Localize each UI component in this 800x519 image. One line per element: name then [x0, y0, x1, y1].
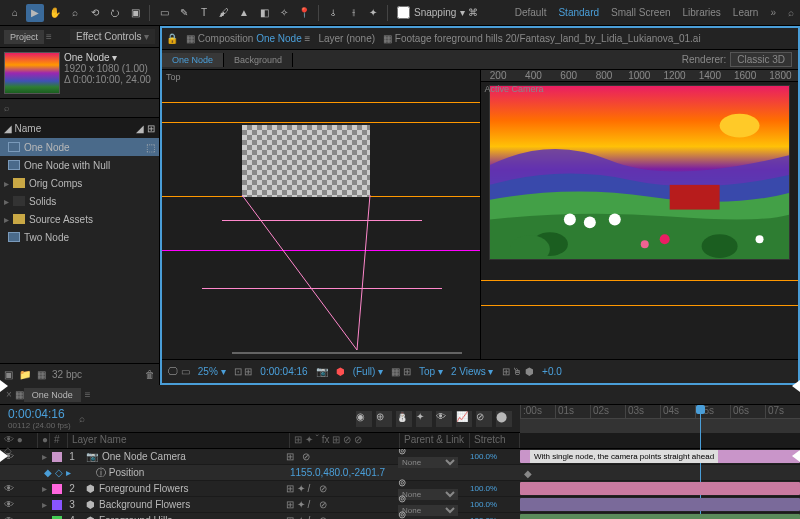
project-search-input[interactable] — [4, 103, 155, 113]
renderer-dropdown[interactable]: Classic 3D — [730, 52, 792, 67]
view-tab-background[interactable]: Background — [224, 53, 293, 67]
pickwhip-icon[interactable]: ⊚ — [398, 449, 406, 456]
comp-tab-composition[interactable]: ▦ Composition One Node ≡ — [186, 33, 310, 44]
view-tab-onenode[interactable]: One Node — [162, 53, 224, 67]
brush-tool-icon[interactable]: 🖌 — [215, 4, 233, 22]
view-mode-dropdown[interactable]: Top ▾ — [419, 366, 443, 377]
layer-row[interactable]: 👁 ▸ 4 ⬢Foreground Hills ⊞ ✦ / ⊘ ⊚ None 1… — [0, 513, 800, 519]
layer-name[interactable]: ⬢Foreground Hills — [82, 515, 284, 519]
asset-item[interactable]: One Node with Null — [0, 156, 159, 174]
comp-name[interactable]: One Node ▾ — [64, 52, 151, 63]
zoom-dropdown[interactable]: 25% ▾ — [198, 366, 226, 377]
puppet-tool-icon[interactable]: 📍 — [295, 4, 313, 22]
tl-icon-2[interactable]: ⊕ — [376, 411, 392, 427]
axis-view-icon[interactable]: ✦ — [364, 4, 382, 22]
layer-row[interactable]: 👁 ▸ 1 📷One Node Camera ⊞ ⊘ ⊚ None 100.0%… — [0, 449, 800, 465]
view-count-dropdown[interactable]: 2 Views ▾ — [451, 366, 494, 377]
timeline-ruler[interactable]: :00s01s02s03s04s05s06s07s — [520, 405, 800, 419]
tl-icon-1[interactable]: ◉ — [356, 411, 372, 427]
panel-resize-arrow-icon[interactable] — [0, 450, 8, 462]
bpc-toggle[interactable]: 32 bpc — [52, 369, 82, 380]
panel-menu-icon[interactable]: ≡ — [46, 31, 52, 42]
zoom-tool-icon[interactable]: ⌕ — [66, 4, 84, 22]
layer-track[interactable]: ◆ — [520, 465, 800, 481]
panel-resize-arrow-icon[interactable] — [792, 380, 800, 392]
stretch-value[interactable]: 100.0% — [470, 452, 520, 461]
pickwhip-icon[interactable]: ⊚ — [398, 493, 406, 504]
asset-item[interactable]: ▸Source Assets — [0, 210, 159, 228]
new-comp-icon[interactable]: ▦ — [37, 369, 46, 380]
home-icon[interactable]: ⌂ — [6, 4, 24, 22]
camera-tool-icon[interactable]: ▣ — [126, 4, 144, 22]
workspace-libraries[interactable]: Libraries — [683, 7, 721, 18]
resolution-dropdown[interactable]: (Full) ▾ — [353, 366, 384, 377]
resolution-icon[interactable]: ⊡ ⊞ — [234, 366, 253, 377]
snapshot-icon[interactable]: 📷 — [316, 366, 328, 377]
pickwhip-icon[interactable]: ⊚ — [398, 509, 406, 519]
selection-tool-icon[interactable]: ▶ — [26, 4, 44, 22]
axis-local-icon[interactable]: ⫰ — [324, 4, 342, 22]
tl-motion-blur-icon[interactable]: ⬤ — [496, 411, 512, 427]
eraser-tool-icon[interactable]: ◧ — [255, 4, 273, 22]
layer-bar[interactable] — [520, 498, 800, 511]
snapping-toggle[interactable]: Snapping ▾ ⌘ — [397, 6, 478, 19]
layer-track[interactable] — [520, 513, 800, 520]
visibility-icon[interactable]: 👁 — [4, 515, 16, 520]
search-help-icon[interactable]: ⌕ — [788, 7, 794, 18]
label-swatch[interactable] — [52, 516, 62, 520]
layer-switches[interactable]: ⊞ ✦ / ⊘ — [286, 515, 396, 519]
tl-graph-icon[interactable]: 📈 — [456, 411, 472, 427]
view-option-icon[interactable]: ⊞ 🖱 ⬢ — [502, 366, 535, 377]
tl-icon-5[interactable]: 👁 — [436, 411, 452, 427]
magnification-icon[interactable]: 🖵 ▭ — [168, 366, 190, 377]
col-switches[interactable]: ⊞ ✦ ˇ fx ⊞ ⊘ ⊘ — [290, 433, 400, 448]
roi-icon[interactable]: ▦ ⊞ — [391, 366, 411, 377]
asset-item[interactable]: Two Node — [0, 228, 159, 246]
new-folder-icon[interactable]: 📁 — [19, 369, 31, 380]
tab-effect-controls[interactable]: Effect Controls ▾ — [70, 29, 155, 44]
label-swatch[interactable] — [52, 452, 62, 462]
panel-resize-arrow-icon[interactable] — [792, 450, 800, 462]
layer-switches[interactable]: ⊞ ⊘ — [286, 451, 396, 462]
hand-tool-icon[interactable]: ✋ — [46, 4, 64, 22]
workspace-overflow-icon[interactable]: » — [770, 7, 776, 18]
clone-tool-icon[interactable]: ▲ — [235, 4, 253, 22]
current-time[interactable]: 0:00:04:16 — [8, 407, 71, 421]
asset-item[interactable]: ▸Solids — [0, 192, 159, 210]
layer-bar[interactable] — [520, 482, 800, 495]
viewport-top[interactable]: Top — [162, 70, 481, 359]
col-parent[interactable]: Parent & Link — [400, 433, 470, 448]
tl-shy-icon[interactable]: ⛄ — [396, 411, 412, 427]
tl-icon-4[interactable]: ✦ — [416, 411, 432, 427]
asset-item[interactable]: ▸Orig Comps — [0, 174, 159, 192]
viewport-active-camera[interactable]: 20040060080010001200140016001800 Active … — [481, 70, 799, 359]
stretch-value[interactable]: 100.0% — [470, 500, 520, 509]
layer-track[interactable] — [520, 497, 800, 513]
asset-item[interactable]: One Node⬚ — [0, 138, 159, 156]
interpret-footage-icon[interactable]: ▣ — [4, 369, 13, 380]
layer-track[interactable]: With single node, the camera points stra… — [520, 449, 800, 465]
workspace-default[interactable]: Default — [515, 7, 547, 18]
panel-resize-arrow-icon[interactable] — [0, 380, 8, 392]
axis-world-icon[interactable]: ⫲ — [344, 4, 362, 22]
comp-tab-layer[interactable]: Layer (none) — [318, 33, 375, 44]
shape-tool-icon[interactable]: ▭ — [155, 4, 173, 22]
channel-icon[interactable]: ⬢ — [336, 366, 345, 377]
snapping-checkbox[interactable] — [397, 6, 410, 19]
comp-tab-footage[interactable]: ▦ Footage foreground hills 20/Fantasy_la… — [383, 33, 701, 44]
layer-name[interactable]: 📷One Node Camera — [82, 451, 284, 462]
time-display[interactable]: 0:00:04:16 — [260, 366, 307, 377]
timeline-tab-onenode[interactable]: One Node — [24, 388, 81, 402]
keyframe-icon[interactable]: ◆ — [524, 468, 532, 479]
workspace-smallscreen[interactable]: Small Screen — [611, 7, 670, 18]
layer-track[interactable] — [520, 481, 800, 497]
pen-tool-icon[interactable]: ✎ — [175, 4, 193, 22]
tl-icon-7[interactable]: ⊘ — [476, 411, 492, 427]
exposure-value[interactable]: +0.0 — [542, 366, 562, 377]
trash-icon[interactable]: 🗑 — [145, 369, 155, 380]
rotate-tool-icon[interactable]: ⭮ — [106, 4, 124, 22]
name-column-header[interactable]: Name — [15, 123, 42, 134]
orbit-tool-icon[interactable]: ⟲ — [86, 4, 104, 22]
workspace-standard[interactable]: Standard — [558, 7, 599, 18]
col-stretch[interactable]: Stretch — [470, 433, 520, 448]
